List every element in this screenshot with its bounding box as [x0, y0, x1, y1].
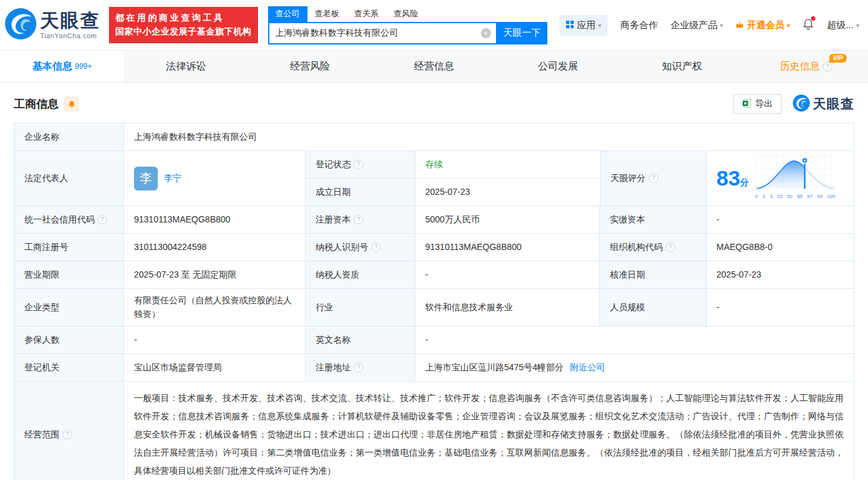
taxpayer-quality-label: 纳税人资质 — [306, 261, 415, 288]
excel-icon — [742, 98, 752, 110]
reg-number-label: 工商注册号 — [14, 234, 124, 261]
apps-grid-icon — [566, 20, 574, 31]
search-box: × — [268, 22, 497, 44]
score-axis: 0131550859799100 — [755, 193, 835, 201]
tab-basic-info[interactable]: 基本信息 999+ — [0, 51, 124, 82]
main-content: 工商信息 导出 天眼查 企业名称 上海鸿睿数科数字科技有限公司 — [0, 83, 868, 480]
field-label: 注册资本 — [316, 213, 351, 227]
tab-label: 知识产权 — [662, 60, 702, 73]
taxpayer-id-value: 91310113MAEQG8B800 — [415, 234, 600, 261]
section-tabbar: 基本信息 999+ 法律诉讼 经营风险 经营信息 公司发展 知识产权 VIP 历… — [0, 50, 868, 83]
brand-watermark: 天眼查 — [793, 95, 854, 114]
nav-enterprise-products[interactable]: 企业级产品 ▾ — [670, 19, 723, 31]
tab-count-badge: 999+ — [75, 62, 91, 71]
tab-label: 经营风险 — [290, 60, 330, 73]
export-button[interactable]: 导出 — [733, 94, 782, 114]
apps-label: 应用 — [577, 19, 596, 31]
search-input[interactable] — [269, 23, 496, 43]
subscribe-bell-button[interactable] — [64, 97, 79, 112]
bell-icon — [68, 100, 76, 108]
taxpayer-id-label: 纳税人识别号 ? — [306, 234, 415, 261]
help-icon[interactable]: ? — [666, 243, 675, 252]
establish-date-label: 成立日期 — [306, 179, 415, 206]
help-icon[interactable]: ? — [823, 62, 832, 71]
nearby-companies-link[interactable]: 附近公司 — [570, 361, 605, 375]
logo-title: 天眼查 — [40, 11, 100, 30]
site-logo[interactable]: 天眼查 TianYanCha.com — [5, 8, 100, 42]
tab-label: 历史信息 — [780, 60, 820, 73]
address-text: 上海市宝山区蕰川路5475号4幢部分 — [425, 361, 564, 375]
nav-open-membership[interactable]: 开通会员 ▾ — [735, 19, 790, 31]
top-nav: 应用 ▾ 商务合作 企业级产品 ▾ 开通会员 ▾ 超级... ▾ — [559, 15, 859, 36]
field-label: 经营范围 — [24, 428, 59, 442]
reg-authority-label: 登记机关 — [14, 354, 124, 381]
nav-business-cooperation[interactable]: 商务合作 — [620, 19, 658, 31]
company-type-value: 有限责任公司（自然人投资或控股的法人独资） — [124, 289, 306, 326]
search-tab-boss[interactable]: 查老板 — [307, 6, 347, 22]
field-label: 登记状态 — [316, 158, 351, 172]
tab-intellectual-property[interactable]: 知识产权 — [620, 51, 744, 82]
tianyancha-logo-icon — [793, 95, 810, 114]
apps-menu[interactable]: 应用 ▾ — [559, 15, 607, 36]
legal-rep-label: 法定代表人 — [14, 151, 124, 206]
score-value[interactable]: 83分 — [706, 151, 854, 206]
field-label: 天眼评分 — [611, 172, 646, 185]
search-tab-company[interactable]: 查公司 — [268, 6, 307, 22]
staff-size-label: 人员规模 — [600, 289, 706, 326]
table-row: 法定代表人 李 李宁 登记状态 ? 存续 成立日期 2025-07-23 — [14, 151, 854, 206]
tab-label: 基本信息 — [32, 60, 72, 73]
super-label: 超级... — [827, 19, 854, 31]
business-info-table: 企业名称 上海鸿睿数科数字科技有限公司 法定代表人 李 李宁 登记状态 ? 存续… — [14, 123, 854, 480]
staff-size-value: - — [706, 289, 854, 326]
promo-banner: 都在用的商业查询工具 国家中小企业发展子基金旗下机构 — [109, 7, 258, 43]
business-term-value: 2025-07-23 至 无固定期限 — [124, 261, 306, 288]
company-name-value: 上海鸿睿数科数字科技有限公司 — [124, 123, 854, 150]
tianyancha-logo-icon — [5, 8, 36, 42]
tab-company-development[interactable]: 公司发展 — [496, 51, 620, 82]
approval-date-value: 2025-07-23 — [706, 261, 854, 288]
caret-down-icon: ▾ — [720, 22, 723, 29]
search-tab-risk[interactable]: 查风险 — [386, 6, 426, 22]
avatar[interactable]: 李 — [134, 167, 158, 190]
legal-rep-link[interactable]: 李宁 — [164, 172, 182, 185]
establish-date-value: 2025-07-23 — [415, 179, 600, 206]
insured-count-value: - — [124, 326, 306, 353]
tab-legal-proceedings[interactable]: 法律诉讼 — [124, 51, 248, 82]
promo-line1: 都在用的商业查询工具 — [115, 11, 252, 25]
help-icon[interactable]: ? — [371, 243, 381, 252]
credit-code-value: 91310113MAEQG8B800 — [124, 206, 306, 233]
business-term-label: 营业期限 — [14, 261, 124, 288]
help-icon[interactable]: ? — [354, 363, 363, 372]
paid-capital-label: 实缴资本 — [600, 206, 706, 233]
search-button[interactable]: 天眼一下 — [497, 22, 547, 44]
reg-capital-label: 注册资本 ? — [306, 206, 415, 233]
nav-super-account[interactable]: 超级... ▾ — [827, 19, 859, 31]
field-label: 纳税人识别号 — [316, 241, 368, 254]
caret-down-icon: ▾ — [598, 22, 601, 29]
notifications-bell[interactable] — [802, 18, 814, 32]
reg-number-value: 310113004224598 — [124, 234, 306, 261]
table-row: 工商注册号 310113004224598 纳税人识别号 ? 91310113M… — [14, 234, 854, 261]
table-row: 企业类型 有限责任公司（自然人投资或控股的法人独资） 行业 软件和信息技术服务业… — [14, 289, 854, 326]
industry-value: 软件和信息技术服务业 — [415, 289, 600, 326]
tab-history-info[interactable]: VIP 历史信息 ? — [744, 51, 868, 82]
table-row: 登记机关 宝山区市场监督管理局 注册地址 ? 上海市宝山区蕰川路5475号4幢部… — [14, 354, 854, 382]
org-code-label: 组织机构代码 ? — [600, 234, 706, 261]
help-icon[interactable]: ? — [354, 160, 363, 169]
table-row: 营业期限 2025-07-23 至 无固定期限 纳税人资质 - 核准日期 202… — [14, 261, 854, 289]
search-tab-relation[interactable]: 查关系 — [347, 6, 386, 22]
brand-name: 天眼查 — [813, 95, 854, 113]
tab-operation-info[interactable]: 经营信息 — [372, 51, 496, 82]
help-icon[interactable]: ? — [98, 215, 107, 224]
help-icon[interactable]: ? — [649, 174, 658, 183]
help-icon[interactable]: ? — [63, 430, 72, 439]
tab-operation-risk[interactable]: 经营风险 — [248, 51, 372, 82]
top-header: 天眼查 TianYanCha.com 都在用的商业查询工具 国家中小企业发展子基… — [0, 0, 868, 50]
clear-search-icon[interactable]: × — [481, 28, 491, 38]
tab-label: 法律诉讼 — [166, 60, 206, 73]
credit-code-label: 统一社会信用代码 ? — [14, 206, 124, 233]
table-row: 参保人数 - 英文名称 - — [14, 326, 854, 354]
score-unit: 分 — [740, 177, 749, 187]
field-label: 组织机构代码 — [610, 241, 663, 254]
help-icon[interactable]: ? — [354, 215, 363, 224]
